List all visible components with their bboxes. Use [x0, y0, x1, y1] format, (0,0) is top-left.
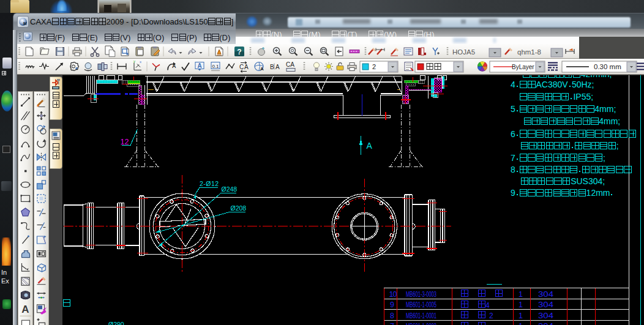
svg-text:A: A: [367, 141, 373, 151]
svg-text:9: 9: [390, 301, 394, 309]
svg-text:ByLayer: ByLayer: [512, 64, 534, 70]
svg-text:MB601-3-0003: MB601-3-0003: [406, 290, 436, 299]
svg-text:x: x: [140, 60, 141, 64]
svg-text:1: 1: [519, 301, 523, 309]
svg-text:?: ?: [237, 48, 241, 56]
svg-text:A: A: [260, 66, 264, 72]
svg-text:B: B: [270, 64, 274, 70]
svg-text:304: 304: [538, 322, 553, 325]
svg-text:4: 4: [485, 301, 490, 310]
svg-text:1: 1: [519, 322, 523, 325]
svg-text:10: 10: [389, 290, 397, 299]
svg-text:2: 2: [489, 312, 493, 320]
svg-text:Ø208: Ø208: [231, 204, 247, 212]
svg-text:0.30 mm: 0.30 mm: [594, 63, 621, 70]
svg-text:A: A: [172, 63, 176, 69]
svg-text:A: A: [275, 64, 280, 70]
svg-text:1: 1: [519, 290, 523, 299]
svg-text:2: 2: [372, 63, 376, 70]
svg-text:Ø290: Ø290: [108, 321, 124, 325]
svg-text:12: 12: [121, 138, 129, 146]
svg-text:0.1: 0.1: [212, 64, 219, 69]
svg-text:7: 7: [390, 322, 394, 325]
svg-text:A: A: [244, 64, 249, 70]
svg-text:8: 8: [390, 312, 394, 320]
svg-text:304: 304: [538, 301, 553, 309]
svg-text:y: y: [133, 59, 135, 63]
svg-text:HOJA5: HOJA5: [452, 48, 475, 56]
svg-text:304: 304: [538, 290, 553, 299]
svg-text:Ø248: Ø248: [222, 185, 238, 193]
svg-text:1: 1: [519, 312, 523, 320]
svg-text:MB601-1-0001: MB601-1-0001: [406, 312, 436, 320]
svg-text:C: C: [239, 64, 244, 70]
svg-text:A: A: [197, 62, 201, 69]
svg-text:2-Ø12: 2-Ø12: [200, 180, 219, 187]
svg-text:MB601-1-0003: MB601-1-0003: [406, 322, 436, 325]
svg-text:CA: CA: [286, 61, 294, 68]
svg-text:MB601-1-0005: MB601-1-0005: [406, 301, 436, 309]
svg-text:304: 304: [538, 312, 553, 320]
svg-text:A: A: [21, 304, 29, 315]
svg-text:qhm1-8: qhm1-8: [517, 48, 541, 56]
